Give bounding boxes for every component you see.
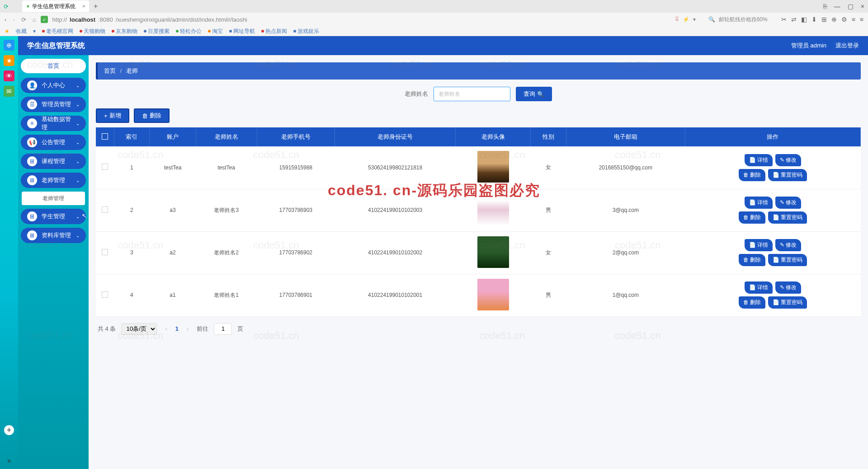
window-max-icon[interactable]: ▢ xyxy=(848,3,854,10)
window-min-icon[interactable]: — xyxy=(834,3,840,10)
lines-icon[interactable]: ≡ xyxy=(852,16,855,23)
window-pin-icon[interactable]: ⎘ xyxy=(823,3,827,10)
nav-forward-icon: › xyxy=(13,16,14,23)
window-controls: ⎘ — ▢ × xyxy=(823,3,864,10)
bookmark-bar: ★ 收藏 ▾ 老毛桃官网 天猫购物 京东购物 百度搜索 轻松办公 淘宝 网址导航… xyxy=(0,26,868,36)
bookmark-item[interactable]: 百度搜索 xyxy=(144,28,170,35)
tab-title: 学生信息管理系统 xyxy=(32,3,75,10)
browser-chrome: ⟳ ▾ 学生信息管理系统 × + ⎘ — ▢ × ‹ › ⟳ ⌂ ✓ http:… xyxy=(0,0,868,36)
browser-logo-icon: ⟳ xyxy=(4,3,9,10)
tab-bar: ⟳ ▾ 学生信息管理系统 × + ⎘ — ▢ × xyxy=(0,0,868,13)
tab-close-icon[interactable]: × xyxy=(82,3,85,9)
favorites-label[interactable]: 收藏 xyxy=(16,28,27,35)
bookmark-item[interactable]: 京东购物 xyxy=(112,28,137,35)
tab-favicon-icon: ▾ xyxy=(27,3,29,9)
settings-icon[interactable]: ⚙ xyxy=(841,16,847,23)
bookmark-item[interactable]: 淘宝 xyxy=(208,28,223,35)
address-bar: ‹ › ⟳ ⌂ ✓ http://localhost:8080/xuesheng… xyxy=(0,13,868,26)
grid-icon[interactable]: ⊞ xyxy=(821,16,827,23)
bookmark-item[interactable]: 网址导航 xyxy=(229,28,255,35)
nav-back-icon[interactable]: ‹ xyxy=(5,16,6,23)
browser-tab[interactable]: ▾ 学生信息管理系统 × xyxy=(22,0,89,12)
bookmark-item[interactable]: 热点新闻 xyxy=(261,28,287,35)
url-input[interactable]: http://localhost:8080/xueshengxinxiguanl… xyxy=(52,16,288,23)
shield-icon[interactable]: ✓ xyxy=(41,16,48,23)
bookmark-item[interactable]: 轻松办公 xyxy=(176,28,202,35)
window-close-icon[interactable]: × xyxy=(861,3,864,10)
bookmark-item[interactable]: 老毛桃官网 xyxy=(42,28,73,35)
new-tab-button[interactable]: + xyxy=(94,2,98,10)
download-icon[interactable]: ⬇ xyxy=(811,16,817,23)
bookmark-item[interactable]: 游戏娱乐 xyxy=(293,28,319,35)
nav-home-icon[interactable]: ⌂ xyxy=(33,16,36,23)
bookmark-item[interactable]: 天猫购物 xyxy=(80,28,105,35)
search-hint[interactable]: 邮轮航线价格跌60% xyxy=(719,16,768,23)
translate-icon[interactable]: ⠿ xyxy=(675,16,679,23)
favorites-star-icon[interactable]: ★ xyxy=(5,28,9,34)
flash-icon[interactable]: ⚡ xyxy=(683,16,689,23)
menu-icon[interactable]: ≡ xyxy=(860,16,863,23)
scissors-icon[interactable]: ✂ xyxy=(781,16,787,23)
translate2-icon[interactable]: ⇄ xyxy=(791,16,797,23)
palette-icon[interactable]: ◧ xyxy=(801,16,807,23)
globe-icon[interactable]: ⊕ xyxy=(831,16,837,23)
nav-reload-icon[interactable]: ⟳ xyxy=(21,16,26,23)
